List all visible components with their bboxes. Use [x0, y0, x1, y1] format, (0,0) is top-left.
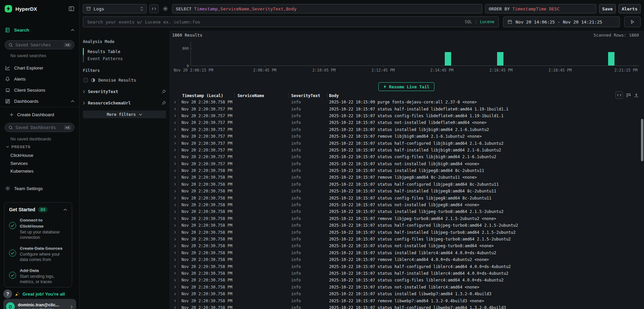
preset-dashboard-services[interactable]: Services [10, 161, 74, 166]
table-row[interactable]: Nov 20 2:20:30.758 PM info 2025-10-22 10… [172, 194, 641, 201]
row-expand-chevron[interactable] [172, 215, 178, 222]
row-expand-chevron[interactable] [172, 263, 178, 270]
row-expand-chevron[interactable] [172, 297, 178, 304]
row-expand-chevron[interactable] [172, 153, 178, 160]
row-expand-chevron[interactable] [172, 250, 178, 256]
wrap-lines-button[interactable] [626, 93, 631, 97]
column-resize-handle[interactable] [327, 93, 327, 98]
histogram-bar[interactable] [497, 52, 503, 65]
column-resize-handle[interactable] [288, 93, 288, 98]
row-expand-chevron[interactable] [172, 126, 178, 133]
sidebar-item-team-settings[interactable]: Team Settings [5, 185, 74, 192]
analysis-mode-event-patterns[interactable]: Event Patterns [83, 55, 166, 62]
table-row[interactable]: Nov 20 2:20:30.757 PM info 2025-10-22 10… [172, 140, 641, 146]
row-expand-chevron[interactable] [172, 194, 178, 201]
row-expand-chevron[interactable] [172, 167, 178, 174]
preset-dashboard-clickhouse[interactable]: ClickHouse [10, 153, 74, 158]
table-row[interactable]: Nov 20 2:20:30.758 PM info 2025-10-22 10… [172, 297, 641, 304]
source-settings-button[interactable] [161, 4, 169, 13]
row-expand-chevron[interactable] [172, 256, 178, 263]
table-columns-code-button[interactable] [615, 91, 623, 99]
table-row[interactable]: Nov 20 2:20:30.758 PM info 2025-10-22 10… [172, 263, 641, 270]
user-account-row[interactable]: D dominic.tran@clic... dominic.tran@clic… [3, 299, 76, 309]
table-row[interactable]: Nov 20 2:20:30.757 PM info 2025-10-22 10… [172, 105, 641, 112]
row-expand-chevron[interactable] [172, 181, 178, 188]
preset-dashboard-kubernetes[interactable]: Kubernetes [10, 169, 74, 174]
source-select[interactable]: Logs [83, 4, 147, 13]
alerts-button[interactable]: Alerts [619, 4, 641, 13]
row-expand-chevron[interactable] [172, 291, 178, 297]
table-row[interactable]: Nov 20 2:20:30.758 PM info 2025-10-22 10… [172, 291, 641, 297]
table-row[interactable]: Nov 20 2:20:30.758 PM info 2025-10-22 10… [172, 188, 641, 194]
table-row[interactable]: Nov 20 2:20:30.758 PM info 2025-10-22 10… [172, 167, 641, 174]
table-row[interactable]: Nov 20 2:20:30.758 PM info 2025-10-22 10… [172, 174, 641, 181]
row-expand-chevron[interactable] [172, 304, 178, 309]
row-expand-chevron[interactable] [172, 277, 178, 283]
language-lucene-option[interactable]: Lucene [480, 19, 494, 24]
table-row[interactable]: Nov 20 2:20:30.757 PM info 2025-10-22 10… [172, 161, 641, 167]
row-expand-chevron[interactable] [172, 105, 178, 112]
row-expand-chevron[interactable] [172, 222, 178, 229]
table-row[interactable]: Nov 20 2:20:30.757 PM info 2025-10-22 10… [172, 113, 641, 119]
get-started-task[interactable]: Connect to ClickHouse Set up your databa… [9, 217, 67, 240]
order-by-input[interactable]: ORDER BY TimestampTime DESC [485, 4, 596, 13]
histogram-plot-area[interactable]: Nov 20 2:06:15 PM2:08:45 PM2:10:45 PM2:1… [191, 48, 639, 66]
time-range-picker[interactable]: Nov 20 14:06:25 - Nov 20 14:21:25 [503, 16, 620, 27]
help-button[interactable]: ? [3, 290, 12, 298]
sidebar-item-chart-explorer[interactable]: Chart Explorer [5, 64, 74, 72]
row-expand-chevron[interactable] [172, 242, 178, 249]
row-expand-chevron[interactable] [172, 147, 178, 153]
run-query-button[interactable] [624, 16, 641, 27]
sidebar-item-client-sessions[interactable]: Client Sessions [5, 86, 74, 94]
row-expand-chevron[interactable] [172, 99, 178, 105]
table-row[interactable]: Nov 20 2:20:30.758 PM info 2025-10-22 10… [172, 284, 641, 291]
sidebar-item-search[interactable]: Search [5, 26, 74, 34]
table-row[interactable]: Nov 20 2:20:30.758 PM info 2025-10-22 10… [172, 242, 641, 249]
row-expand-chevron[interactable] [172, 133, 178, 140]
row-expand-chevron[interactable] [172, 188, 178, 194]
select-columns-input[interactable]: SELECT Timestamp ,ServiceName,SeverityTe… [172, 4, 482, 13]
facet-resourceschemaurl[interactable]: ResourceSchemaUrl [83, 100, 166, 105]
histogram-bar[interactable] [445, 52, 451, 65]
create-dashboard-button[interactable]: Create Dashboard [9, 111, 74, 118]
row-expand-chevron[interactable] [172, 161, 178, 167]
edit-source-button[interactable] [149, 4, 159, 13]
row-expand-chevron[interactable] [172, 270, 178, 277]
event-search-input[interactable]: Search your events w/ Lucene ex. column:… [83, 16, 499, 27]
table-row[interactable]: Nov 20 2:20:30.758 PM info 2025-10-22 10… [172, 202, 641, 208]
table-row[interactable]: Nov 20 2:20:30.758 PM info 2025-10-22 10… [172, 277, 641, 283]
table-row[interactable]: Nov 20 2:20:30.757 PM info 2025-10-22 10… [172, 126, 641, 133]
row-expand-chevron[interactable] [172, 113, 178, 119]
denoise-checkbox[interactable] [84, 78, 88, 82]
table-row[interactable]: Nov 20 2:20:30.758 PM info 2025-10-22 10… [172, 181, 641, 188]
table-row[interactable]: Nov 20 2:20:30.758 PM info 2025-10-22 10… [172, 229, 641, 235]
sidebar-item-alerts[interactable]: Alerts [5, 75, 74, 83]
chevron-up-icon[interactable] [63, 209, 67, 211]
table-row[interactable]: Nov 20 2:20:30.758 PM info 2025-10-22 10… [172, 270, 641, 277]
table-row[interactable]: Nov 20 2:20:30.758 PM info 2025-10-22 10… [172, 215, 641, 222]
table-row[interactable]: Nov 20 2:20:30.758 PM info 2025-10-22 10… [172, 236, 641, 242]
table-row[interactable]: Nov 20 2:20:30.758 PM info 2025-10-22 10… [172, 99, 641, 105]
get-started-task[interactable]: Create Data Sources Configure where your… [9, 246, 67, 263]
pin-icon[interactable] [162, 101, 166, 105]
sidebar-collapse-icon[interactable] [68, 6, 74, 12]
sidebar-item-dashboards[interactable]: Dashboards [5, 97, 74, 105]
table-row[interactable]: Nov 20 2:20:30.758 PM info 2025-10-22 10… [172, 208, 641, 215]
histogram-bar[interactable] [608, 52, 614, 65]
pin-icon[interactable] [162, 89, 166, 94]
language-sql-option[interactable]: SQL [465, 19, 472, 24]
row-expand-chevron[interactable] [172, 236, 178, 242]
chevron-up-icon[interactable] [71, 100, 74, 102]
row-expand-chevron[interactable] [172, 140, 178, 146]
table-row[interactable]: Nov 20 2:20:30.758 PM info 2025-10-22 10… [172, 304, 641, 309]
table-row[interactable]: Nov 20 2:20:30.757 PM info 2025-10-22 10… [172, 147, 641, 153]
get-started-task[interactable]: Add Data Start sending logs, metrics, or… [9, 268, 67, 285]
table-row[interactable]: Nov 20 2:20:30.757 PM info 2025-10-22 10… [172, 153, 641, 160]
row-expand-chevron[interactable] [172, 174, 178, 181]
save-button[interactable]: Save [599, 4, 616, 13]
column-resize-handle[interactable] [234, 93, 234, 98]
more-filters-button[interactable]: More filters [83, 111, 166, 118]
row-expand-chevron[interactable] [172, 229, 178, 235]
saved-dashboards-input[interactable]: Saved Dashboards ⌘K [5, 123, 74, 132]
presets-section-toggle[interactable]: PRESETS [6, 145, 74, 149]
